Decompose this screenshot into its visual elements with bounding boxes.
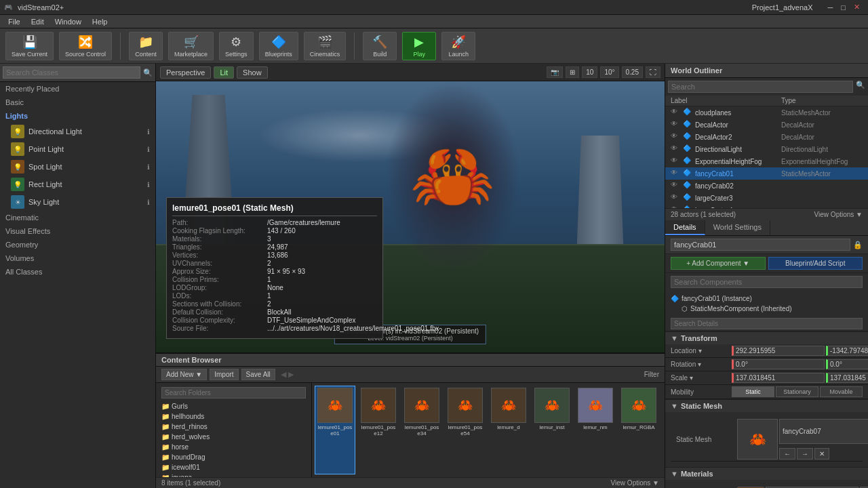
import-button[interactable]: Import xyxy=(210,369,238,380)
panel-item-rect-light[interactable]: 💡 Rect Light ℹ xyxy=(0,176,155,193)
search-details-input[interactable] xyxy=(671,318,863,329)
grid-size-btn[interactable]: 10 xyxy=(582,66,597,78)
view-options[interactable]: View Options ▼ xyxy=(611,479,659,487)
mesh-clear-btn[interactable]: ✕ xyxy=(814,448,829,460)
folder-item[interactable]: 📁Gurls xyxy=(159,401,309,411)
save-all-button[interactable]: Save All xyxy=(241,369,275,380)
cinematics-button[interactable]: 🎬 Cinematics xyxy=(304,32,347,60)
tab-details[interactable]: Details xyxy=(665,220,705,235)
mobility-stationary[interactable]: Stationary xyxy=(776,386,818,397)
static-mesh-section-header[interactable]: ▼ Static Mesh xyxy=(665,399,868,412)
add-component-button[interactable]: + Add Component ▼ xyxy=(671,257,766,270)
folder-item[interactable]: 📁iguana xyxy=(159,472,309,477)
section-cinematic[interactable]: Cinematic xyxy=(0,211,155,224)
lit-button[interactable]: Lit xyxy=(214,66,234,79)
outliner-item[interactable]: 👁 🔷 ExponentialHeightFog ExponentialHeig… xyxy=(665,155,868,167)
folder-item[interactable]: 📁horse xyxy=(159,442,309,452)
scale-x[interactable] xyxy=(732,373,825,383)
build-button[interactable]: 🔨 Build xyxy=(363,32,397,60)
panel-item-spot-light[interactable]: 💡 Spot Light ℹ xyxy=(0,158,155,176)
add-new-button[interactable]: Add New ▼ xyxy=(161,369,207,380)
asset-item[interactable]: 🦀 lemur_RGBA xyxy=(618,386,659,474)
viewport[interactable]: 🦀 lemure01_pose01 (Static Mesh) Path:/Ga… xyxy=(156,81,665,352)
asset-item[interactable]: 🦀 lemur_nm xyxy=(575,386,616,474)
panel-item-point-light[interactable]: 💡 Point Light ℹ xyxy=(0,140,155,158)
window-close[interactable]: ✕ xyxy=(850,3,864,12)
content-button[interactable]: 📁 Content xyxy=(129,32,163,60)
outliner-item[interactable]: 👁 🔷 DecalActor2 DecalActor xyxy=(665,131,868,143)
mesh-find-btn[interactable]: → xyxy=(797,448,813,460)
mesh-name-input[interactable] xyxy=(779,419,868,444)
outliner-search-input[interactable] xyxy=(668,81,853,93)
mesh-browse-btn[interactable]: ← xyxy=(779,448,795,460)
grid-snap-btn[interactable]: ⊞ xyxy=(566,66,579,78)
source-control-button[interactable]: 🔀 Source Control xyxy=(59,32,112,60)
camera-icon-btn[interactable]: 📷 xyxy=(547,66,563,78)
blueprints-button[interactable]: 🔷 Blueprints xyxy=(259,32,298,60)
outliner-item[interactable]: 👁 🔷 DirectionalLight DirectionalLight xyxy=(665,143,868,155)
location-x[interactable] xyxy=(732,346,825,356)
outliner-item[interactable]: 👁 🔷 cloudplanes StaticMeshActor xyxy=(665,106,868,119)
outliner-item[interactable]: 👁 🔷 DecalActor DecalActor xyxy=(665,119,868,131)
component-staticmesh-inherited[interactable]: ⬡ StaticMeshComponent (Inherited) xyxy=(671,304,863,314)
section-lights[interactable]: Lights xyxy=(0,109,155,123)
tab-world-settings[interactable]: World Settings xyxy=(705,220,770,235)
mobility-movable[interactable]: Movable xyxy=(820,386,863,397)
rotation-x[interactable] xyxy=(732,359,825,369)
perspective-button[interactable]: Perspective xyxy=(160,66,211,79)
zoom-btn[interactable]: 0.25 xyxy=(622,66,643,78)
outliner-item[interactable]: 👁 🔷 fancyCrab01 StaticMeshActor xyxy=(665,167,868,180)
search-components-input[interactable] xyxy=(671,276,863,288)
panel-item-directional-light[interactable]: 💡 Directional Light ℹ xyxy=(0,123,155,140)
folder-item[interactable]: 📁herd_rhinos xyxy=(159,422,309,432)
folder-item[interactable]: 📁herd_wolves xyxy=(159,432,309,442)
section-volumes[interactable]: Volumes xyxy=(0,251,155,265)
menu-help[interactable]: Help xyxy=(87,18,113,26)
component-fancycrab01-instance[interactable]: 🔷 fancyCrab01 (Instance) xyxy=(671,293,863,304)
materials-section-header[interactable]: ▼ Materials xyxy=(665,467,868,480)
asset-item[interactable]: 🦀 lemure01_pose01 xyxy=(315,386,355,474)
show-button[interactable]: Show xyxy=(237,66,268,79)
asset-item[interactable]: 🦀 lemure01_pose54 xyxy=(445,386,486,474)
asset-item[interactable]: 🦀 lemure01_pose34 xyxy=(401,386,442,474)
outliner-view-options[interactable]: View Options ▼ xyxy=(814,211,863,218)
section-geometry[interactable]: Geometry xyxy=(0,238,155,251)
marketplace-button[interactable]: 🛒 Marketplace xyxy=(168,32,214,60)
outliner-item[interactable]: 👁 🔷 largeCrater3 xyxy=(665,192,868,204)
asset-item[interactable]: 🦀 lemure_d xyxy=(488,386,529,474)
details-panel: Details World Settings 🔒 + Add Component… xyxy=(665,220,868,488)
menu-file[interactable]: File xyxy=(3,18,26,26)
folder-item[interactable]: 📁hellhounds xyxy=(159,411,309,422)
section-visual-effects[interactable]: Visual Effects xyxy=(0,224,155,238)
outliner-item[interactable]: 👁 🔷 fancyCrab02 xyxy=(665,180,868,192)
window-minimize[interactable]: ─ xyxy=(824,3,837,12)
section-basic[interactable]: Basic xyxy=(0,96,155,109)
rotation-y[interactable] xyxy=(826,359,868,369)
blueprint-add-script-button[interactable]: Blueprint/Add Script xyxy=(768,257,863,270)
transform-section-header[interactable]: ▼ Transform xyxy=(665,331,868,344)
scale-y[interactable] xyxy=(826,373,868,383)
mobility-buttons: Static Stationary Movable xyxy=(732,386,863,397)
asset-item[interactable]: 🦀 lemur_inst xyxy=(532,386,572,474)
folder-item[interactable]: 📁houndDrag xyxy=(159,452,309,462)
mobility-static[interactable]: Static xyxy=(732,386,774,397)
search-folders-input[interactable] xyxy=(161,387,306,399)
search-classes-input[interactable] xyxy=(3,66,140,79)
location-y[interactable] xyxy=(826,346,868,356)
window-maximize[interactable]: □ xyxy=(837,3,850,12)
section-all-classes[interactable]: All Classes xyxy=(0,265,155,279)
settings-button[interactable]: ⚙ Settings xyxy=(219,32,254,60)
panel-item-sky-light[interactable]: ☀ Sky Light ℹ xyxy=(0,193,155,211)
play-button[interactable]: ▶ Play xyxy=(402,32,436,60)
asset-item[interactable]: 🦀 lemure01_pose12 xyxy=(358,386,399,474)
section-recently-placed[interactable]: Recently Placed xyxy=(0,82,155,96)
save-current-button[interactable]: 💾 Save Current xyxy=(5,32,54,60)
folder-item[interactable]: 📁icewolf01 xyxy=(159,462,309,472)
actor-name-input[interactable] xyxy=(671,239,850,251)
menu-window[interactable]: Window xyxy=(50,18,87,26)
outliner-eye-icon: 👁 xyxy=(671,144,680,154)
fullscreen-btn[interactable]: ⛶ xyxy=(646,66,660,78)
menu-edit[interactable]: Edit xyxy=(26,18,50,26)
launch-button[interactable]: 🚀 Launch xyxy=(441,32,475,60)
angle-snap-btn[interactable]: 10° xyxy=(600,66,618,78)
